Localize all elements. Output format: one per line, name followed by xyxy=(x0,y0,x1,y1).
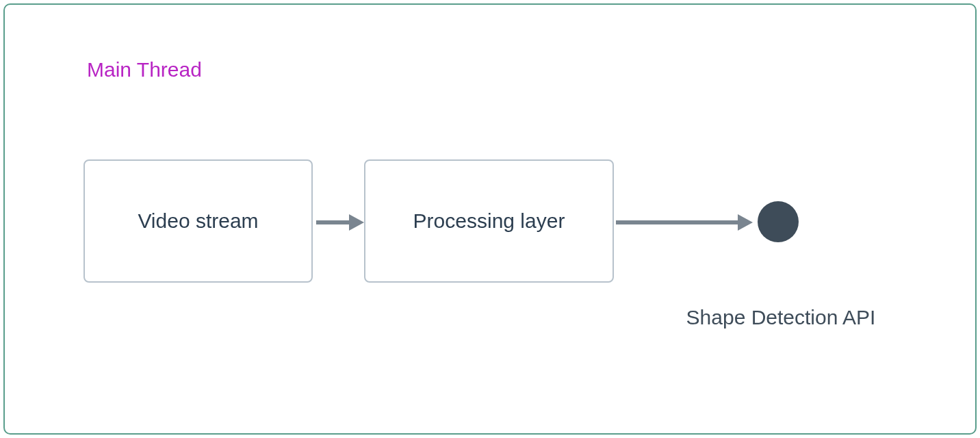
shape-detection-label: Shape Detection API xyxy=(682,306,880,329)
arrow-2 xyxy=(616,214,753,231)
thread-label: Main Thread xyxy=(87,58,202,81)
processing-layer-label: Processing layer xyxy=(413,209,565,233)
video-stream-label: Video stream xyxy=(138,209,258,233)
svg-marker-3 xyxy=(738,214,753,231)
video-stream-node: Video stream xyxy=(83,159,313,283)
svg-marker-1 xyxy=(349,214,364,231)
shape-detection-node xyxy=(758,201,799,242)
processing-layer-node: Processing layer xyxy=(364,159,614,283)
main-thread-frame: Main Thread Video stream Processing laye… xyxy=(3,3,977,435)
arrow-1 xyxy=(316,214,364,231)
